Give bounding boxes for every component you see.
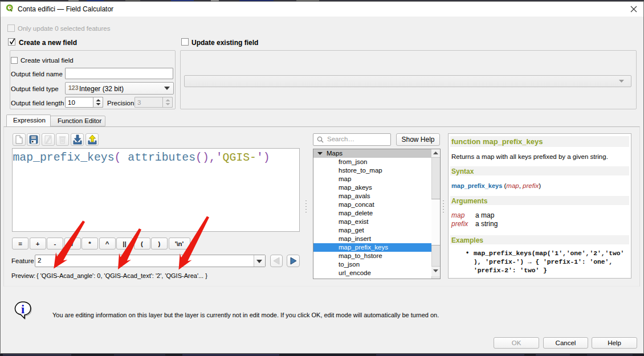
svg-text:i: i [21, 302, 25, 316]
